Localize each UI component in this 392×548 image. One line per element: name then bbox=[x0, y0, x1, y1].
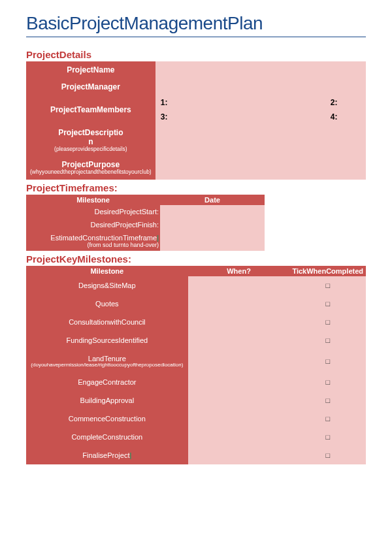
milestone-row: FundingSourcesIdentified□ bbox=[26, 331, 366, 349]
milestone-label: Quotes bbox=[26, 295, 188, 313]
key-milestones-table: Milestone When? TickWhenCompleted Design… bbox=[26, 266, 366, 464]
milestones-header: Milestone When? TickWhenCompleted bbox=[26, 266, 366, 276]
milestone-when[interactable] bbox=[188, 276, 290, 295]
milestone-label: ConsultationwithCouncil bbox=[26, 313, 188, 331]
milestone-row: FinaliseProject□ bbox=[26, 446, 366, 464]
col-milestone: Milestone bbox=[26, 195, 160, 205]
col-km-when: When? bbox=[188, 266, 290, 276]
section-heading-details: ProjectDetails bbox=[26, 49, 366, 60]
row-purpose: ProjectPurpose (whyyouneedtheprojectandt… bbox=[26, 156, 366, 179]
value-description[interactable] bbox=[155, 124, 366, 156]
row-project-manager: ProjectManager bbox=[26, 78, 366, 95]
milestone-when[interactable] bbox=[188, 331, 290, 349]
tf-row-finish: DesiredProjectFinish: bbox=[26, 218, 265, 231]
col-date: Date bbox=[160, 195, 265, 205]
value-purpose[interactable] bbox=[155, 156, 366, 179]
team-member-3[interactable]: 3: bbox=[155, 110, 325, 124]
tf-val-start[interactable] bbox=[160, 205, 265, 218]
label-purpose: ProjectPurpose (whyyouneedtheprojectandt… bbox=[26, 156, 155, 179]
timeframes-header: Milestone Date bbox=[26, 195, 265, 205]
milestone-when[interactable] bbox=[188, 295, 290, 313]
row-team-members: ProjectTeamMembers 1: 2: bbox=[26, 95, 366, 110]
milestone-label: FinaliseProject bbox=[26, 446, 188, 464]
team-member-1[interactable]: 1: bbox=[155, 95, 325, 110]
milestone-row: LandTenure(doyouhavepermission/lease/rig… bbox=[26, 349, 366, 373]
milestone-row: ConsultationwithCouncil□ bbox=[26, 313, 366, 331]
milestone-tick[interactable]: □ bbox=[289, 428, 366, 446]
col-km-tick: TickWhenCompleted bbox=[289, 266, 366, 276]
row-description: ProjectDescriptio n (pleaseprovidespecif… bbox=[26, 124, 366, 156]
milestone-when[interactable] bbox=[188, 410, 290, 428]
milestone-label: LandTenure(doyouhavepermission/lease/rig… bbox=[26, 349, 188, 373]
col-km-milestone: Milestone bbox=[26, 266, 188, 276]
milestone-label: BuildingApproval bbox=[26, 391, 188, 410]
milestone-tick[interactable]: □ bbox=[289, 295, 366, 313]
label-team-members: ProjectTeamMembers bbox=[26, 95, 155, 124]
milestone-tick[interactable]: □ bbox=[289, 331, 366, 349]
milestone-label: Designs&SiteMap bbox=[26, 276, 188, 295]
value-project-name[interactable] bbox=[155, 61, 366, 78]
document-title: BasicProjectManagementPlan bbox=[26, 13, 366, 37]
milestone-tick[interactable]: □ bbox=[289, 391, 366, 410]
milestone-tick[interactable]: □ bbox=[289, 349, 366, 373]
milestone-when[interactable] bbox=[188, 428, 290, 446]
team-member-4[interactable]: 4: bbox=[325, 110, 366, 124]
label-description: ProjectDescriptio n (pleaseprovidespecif… bbox=[26, 124, 155, 156]
milestone-tick[interactable]: □ bbox=[289, 410, 366, 428]
section-heading-timeframes: ProjectTimeframes: bbox=[26, 182, 366, 193]
milestone-tick[interactable]: □ bbox=[289, 446, 366, 464]
tf-label-start: DesiredProjectStart: bbox=[26, 205, 160, 218]
milestone-label: CompleteConstruction bbox=[26, 428, 188, 446]
tf-val-finish[interactable] bbox=[160, 218, 265, 231]
milestone-when[interactable] bbox=[188, 313, 290, 331]
milestone-when[interactable] bbox=[188, 446, 290, 464]
project-details-table: ProjectName ProjectManager ProjectTeamMe… bbox=[26, 61, 366, 180]
milestone-when[interactable] bbox=[188, 373, 290, 391]
tf-label-construction: EstimatedConstructionTimeframe (from sod… bbox=[26, 231, 160, 251]
milestone-row: Quotes□ bbox=[26, 295, 366, 313]
milestone-when[interactable] bbox=[188, 349, 290, 373]
tf-row-start: DesiredProjectStart: bbox=[26, 205, 265, 218]
label-project-name: ProjectName bbox=[26, 61, 155, 78]
milestone-tick[interactable]: □ bbox=[289, 276, 366, 295]
milestone-row: CommenceConstruction□ bbox=[26, 410, 366, 428]
milestone-row: CompleteConstruction□ bbox=[26, 428, 366, 446]
timeframes-table: Milestone Date DesiredProjectStart: Desi… bbox=[26, 195, 265, 251]
tf-label-finish: DesiredProjectFinish: bbox=[26, 218, 160, 231]
milestone-row: Designs&SiteMap□ bbox=[26, 276, 366, 295]
milestone-row: EngageContractor□ bbox=[26, 373, 366, 391]
milestone-label: FundingSourcesIdentified bbox=[26, 331, 188, 349]
tf-val-construction[interactable] bbox=[160, 231, 265, 251]
milestone-when[interactable] bbox=[188, 391, 290, 410]
milestone-tick[interactable]: □ bbox=[289, 313, 366, 331]
row-project-name: ProjectName bbox=[26, 61, 366, 78]
tf-row-construction: EstimatedConstructionTimeframe (from sod… bbox=[26, 231, 265, 251]
value-project-manager[interactable] bbox=[155, 78, 366, 95]
milestone-row: BuildingApproval□ bbox=[26, 391, 366, 410]
section-heading-milestones: ProjectKeyMilestones: bbox=[26, 253, 366, 265]
label-project-manager: ProjectManager bbox=[26, 78, 155, 95]
milestone-label: CommenceConstruction bbox=[26, 410, 188, 428]
team-member-2[interactable]: 2: bbox=[325, 95, 366, 110]
milestone-label: EngageContractor bbox=[26, 373, 188, 391]
milestone-tick[interactable]: □ bbox=[289, 373, 366, 391]
